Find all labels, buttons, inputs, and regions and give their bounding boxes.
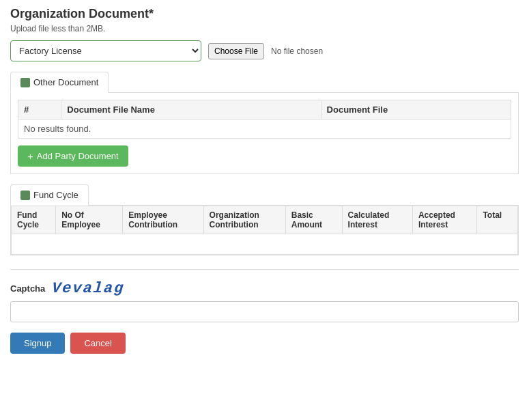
plus-icon: + — [27, 150, 33, 162]
fund-cycle-tab-label: Fund Cycle — [33, 190, 78, 200]
upload-row: Factory License Trade License Tax Certif… — [10, 40, 519, 61]
no-results-cell: No results found. — [18, 120, 511, 139]
add-party-document-button[interactable]: + Add Party Document — [18, 145, 128, 167]
col-doc-file: Document File — [321, 100, 511, 120]
cancel-button[interactable]: Cancel — [70, 333, 125, 354]
upload-hint: Upload file less than 2MB. — [10, 24, 519, 33]
divider — [10, 269, 519, 270]
captcha-image: Vevalag — [51, 280, 126, 297]
tab-other-document[interactable]: Other Document — [10, 72, 109, 93]
table-row-empty: No results found. — [18, 120, 511, 139]
col-employee-contribution: EmployeeContribution — [123, 206, 203, 234]
col-total: Total — [477, 206, 518, 234]
other-document-tab-content: # Document File Name Document File No re… — [10, 93, 519, 174]
other-document-tab-header: Other Document — [10, 72, 519, 93]
document-type-select[interactable]: Factory License Trade License Tax Certif… — [10, 40, 201, 61]
add-party-btn-label: Add Party Document — [37, 151, 119, 161]
captcha-label-row: Captcha Vevalag — [10, 280, 519, 297]
fund-cycle-tab-header: Fund Cycle — [10, 184, 519, 206]
action-buttons: Signup Cancel — [10, 333, 519, 354]
col-no-of-employee: No OfEmployee — [56, 206, 123, 234]
other-document-table: # Document File Name Document File No re… — [18, 100, 511, 139]
page-title: Organization Document — [10, 7, 149, 21]
section-title-row: Organization Document * — [10, 7, 519, 24]
col-hash: # — [18, 100, 61, 120]
fund-cycle-tab-content: FundCycle No OfEmployee EmployeeContribu… — [10, 206, 519, 255]
fund-cycle-empty-row — [12, 234, 518, 255]
col-doc-file-name: Document File Name — [61, 100, 321, 120]
col-fund-cycle: FundCycle — [12, 206, 56, 234]
no-file-text: No file chosen — [271, 46, 323, 56]
captcha-label: Captcha — [10, 283, 45, 294]
other-document-section: Other Document # Document File Name Docu… — [10, 72, 519, 174]
signup-button[interactable]: Signup — [10, 333, 65, 354]
captcha-section: Captcha Vevalag — [10, 280, 519, 322]
col-basic-amount: BasicAmount — [285, 206, 342, 234]
col-calculated-interest: CalculatedInterest — [342, 206, 412, 234]
no-results-text: No results found. — [24, 118, 91, 139]
captcha-input[interactable] — [10, 301, 519, 322]
fund-tab-icon — [20, 191, 30, 200]
col-accepted-interest: AcceptedInterest — [412, 206, 476, 234]
fund-cycle-section: Fund Cycle FundCycle No OfEmployee Emplo… — [10, 184, 519, 255]
choose-file-button[interactable]: Choose File — [208, 43, 264, 59]
tab-fund-cycle[interactable]: Fund Cycle — [10, 184, 89, 206]
other-document-tab-label: Other Document — [33, 77, 98, 87]
col-org-contribution: OrganizationContribution — [203, 206, 285, 234]
document-tab-icon — [20, 78, 30, 87]
fund-cycle-table: FundCycle No OfEmployee EmployeeContribu… — [11, 206, 518, 255]
required-marker: * — [149, 7, 154, 21]
